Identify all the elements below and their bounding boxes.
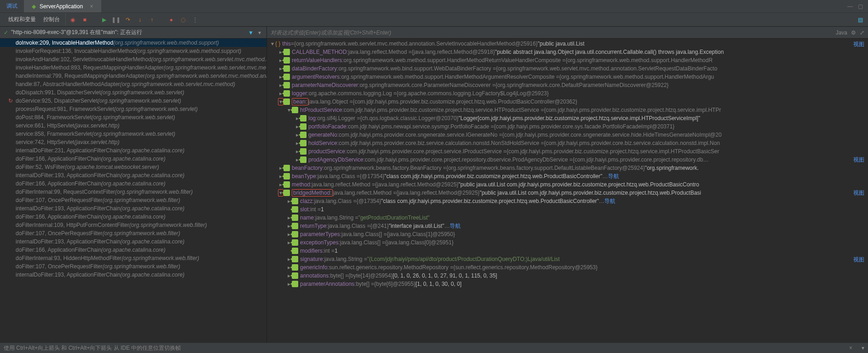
close-hint-icon[interactable]: × xyxy=(849,345,852,351)
variable-row[interactable]: ▸logger: org.apache.commons.logging.Log … xyxy=(267,89,868,98)
stack-frame-row[interactable]: invokeHandlerMethod:893, RequestMappingH… xyxy=(0,64,266,72)
resume-button[interactable]: ▶ xyxy=(99,15,109,25)
variable-row[interactable]: modifiers: int = 1 xyxy=(267,247,868,255)
stack-frame-row[interactable]: doInvoke:209, InvocableHandlerMethod (or… xyxy=(0,39,266,47)
navigate-link[interactable]: 导航 xyxy=(604,197,615,205)
variable-row[interactable]: ▸log: org.slf4j.Logger = {ch.qos.logback… xyxy=(267,114,868,122)
stack-frame-row[interactable]: doDispatch:991, DispatcherServlet (org.s… xyxy=(0,88,266,97)
stack-frame-row[interactable]: service:742, HttpServlet (javax.servlet.… xyxy=(0,138,266,146)
property-tag-icon xyxy=(292,231,298,237)
stack-frame-row[interactable]: doFilter:107, OncePerRequestFilter (org.… xyxy=(0,229,266,237)
variable-row[interactable]: ▸annotations: byte[] = {byte[14]@25954} … xyxy=(267,272,868,280)
variable-row[interactable]: ▸genericInfo: sun.reflect.generics.repos… xyxy=(267,263,868,272)
variable-row[interactable]: ▸generateNo: com.jdjr.haiyi.pms.provider… xyxy=(267,131,868,139)
stack-frame-row[interactable]: internalDoFilter:193, ApplicationFilterC… xyxy=(0,237,266,246)
expand-icon[interactable]: ▢ xyxy=(857,3,863,10)
expand-vars-icon[interactable]: ⤢ xyxy=(860,29,864,36)
stack-frame-row[interactable]: doFilter:107, OncePerRequestFilter (org.… xyxy=(0,196,266,204)
variable-row[interactable]: ▸argumentResolvers: org.springframework.… xyxy=(267,73,868,81)
navigate-link[interactable]: 导航 xyxy=(450,222,461,230)
stack-frame-row[interactable]: doFilter:166, ApplicationFilterChain (or… xyxy=(0,155,266,163)
property-tag-icon xyxy=(292,239,298,246)
expand-arrow[interactable]: ▾ xyxy=(270,41,275,47)
stack-frame-row[interactable]: invokeForRequest:136, InvocableHandlerMe… xyxy=(0,47,266,55)
stack-frame-row[interactable]: invokeAndHandle:102, ServletInvocableHan… xyxy=(0,55,266,64)
stack-frame-row[interactable]: doFilter:166, ApplicationFilterChain (or… xyxy=(0,246,266,254)
stack-frame-row[interactable]: doFilterInternal:109, HttpPutFormContent… xyxy=(0,221,266,229)
variable-row[interactable]: ▸exceptionTypes: java.lang.Class[] = {ja… xyxy=(267,238,868,247)
variable-row[interactable]: ▸beanType: java.lang.Class = {@17354} "c… xyxy=(267,172,868,180)
variable-row[interactable]: ▸signature: java.lang.String = "(Lcom/jd… xyxy=(267,255,868,263)
variable-row[interactable]: ▾htProductService: com.jdjr.haiyi.pms.pr… xyxy=(267,106,868,114)
property-tag-icon xyxy=(300,123,307,130)
step-out-button[interactable]: ↑ xyxy=(147,15,157,25)
variable-row[interactable]: ▸returnValueHandlers: org.springframewor… xyxy=(267,56,868,64)
stack-frame-row[interactable]: doFilterInternal:99, RequestContextFilte… xyxy=(0,188,266,196)
stop-button[interactable]: ■ xyxy=(80,15,90,25)
view-link[interactable]: 视图 xyxy=(853,189,864,197)
variable-row[interactable]: ▸CALLABLE_METHOD: java.lang.reflect.Meth… xyxy=(267,48,868,56)
variable-row[interactable]: ▾{ }this = {org.springframework.web.serv… xyxy=(267,40,868,48)
stack-frame-row[interactable]: internalDoFilter:193, ApplicationFilterC… xyxy=(0,271,266,279)
tab-console[interactable]: 控制台 xyxy=(41,16,63,23)
variable-row[interactable]: ▸beanFactory: org.springframework.beans.… xyxy=(267,164,868,172)
language-label: Java xyxy=(836,29,847,36)
view-link[interactable]: 视图 xyxy=(853,41,864,48)
rerun-button[interactable]: ◉ xyxy=(68,15,78,25)
stack-frame-row[interactable]: doFilter:107, OncePerRequestFilter (org.… xyxy=(0,262,266,271)
pause-button[interactable]: ❚❚ xyxy=(111,15,121,25)
property-tag-icon xyxy=(284,57,290,64)
step-into-button[interactable]: ↓ xyxy=(135,15,145,25)
tab-serverapplication[interactable]: ◆ ServerApplication × xyxy=(24,0,101,12)
view-breakpoints-button[interactable]: ● xyxy=(166,15,176,25)
more-button[interactable]: ⋮ xyxy=(190,15,200,25)
stack-frame-row[interactable]: handle:87, AbstractHandlerMethodAdapter … xyxy=(0,80,266,88)
stack-frame-row[interactable]: doFilter:166, ApplicationFilterChain (or… xyxy=(0,179,266,188)
variable-row[interactable]: ▾bridgedMethod: java.lang.reflect.Method… xyxy=(267,189,868,197)
step-over-button[interactable]: ↷ xyxy=(123,15,133,25)
thread-selector[interactable]: ✓ "http-nio-8089-exec-3"@19,391 在组"main"… xyxy=(0,27,266,39)
stack-frame-row[interactable]: doPost:884, FrameworkServlet (org.spring… xyxy=(0,113,266,122)
variable-row[interactable]: ▸prodAgencyDbService: com.jdjr.haiyi.pms… xyxy=(267,156,868,164)
mute-breakpoints-button[interactable]: ◌ xyxy=(178,15,188,25)
layout-button[interactable]: ▤ xyxy=(855,15,865,25)
variable-row[interactable]: ▸parameterTypes: java.lang.Class[] = {ja… xyxy=(267,230,868,238)
stack-frame-row[interactable]: internalDoFilter:193, ApplicationFilterC… xyxy=(0,204,266,213)
kotlin-file-icon: ◆ xyxy=(30,3,37,10)
tab-debug[interactable]: 调试 xyxy=(0,0,24,12)
variable-row[interactable]: ▸parameterAnnotations: byte[] = {byte[6]… xyxy=(267,280,868,288)
filter-icon[interactable]: ▼ xyxy=(248,29,254,36)
tab-threads-variables[interactable]: 线程和变量 xyxy=(6,16,39,23)
evaluate-expression-input[interactable] xyxy=(267,29,836,36)
close-tab-icon[interactable]: × xyxy=(88,3,95,10)
stack-frame-row[interactable]: doFilter:166, ApplicationFilterChain (or… xyxy=(0,213,266,221)
settings-icon[interactable]: ⚙ xyxy=(851,29,856,36)
navigate-link[interactable]: 导航 xyxy=(608,173,619,180)
variable-row[interactable]: ▸name: java.lang.String = "getProductDur… xyxy=(267,214,868,222)
variable-row[interactable]: ▸holdService: com.jdjr.haiyi.pms.provide… xyxy=(267,139,868,147)
stack-frame-row[interactable]: ↻doService:925, DispatcherServlet (org.s… xyxy=(0,97,266,105)
variable-row[interactable]: ▸dataBinderFactory: org.springframework.… xyxy=(267,64,868,73)
chevron-down-icon[interactable]: ▾ xyxy=(862,345,864,351)
property-tag-icon xyxy=(292,198,298,204)
variable-row[interactable]: ▸parameterNameDiscoverer: org.springfram… xyxy=(267,81,868,89)
variable-row[interactable]: ▸portfolioFacade: com.jdjr.haiyi.pms.new… xyxy=(267,122,868,131)
variable-row[interactable]: ▸returnType: java.lang.Class = {@241} "i… xyxy=(267,222,868,230)
stack-frame-row[interactable]: handleInternal:799, RequestMappingHandle… xyxy=(0,72,266,80)
minimize-icon[interactable]: — xyxy=(847,3,853,10)
view-link[interactable]: 视图 xyxy=(853,256,864,264)
view-link[interactable]: 视图 xyxy=(853,156,864,164)
variable-row[interactable]: ▸method: java.lang.reflect.Method = {jav… xyxy=(267,180,868,189)
variable-row[interactable]: ▸productService: com.jdjr.haiyi.pms.prov… xyxy=(267,147,868,156)
stack-frame-row[interactable]: internalDoFilter:231, ApplicationFilterC… xyxy=(0,146,266,155)
stack-frame-row[interactable]: service:661, HttpServlet (javax.servlet.… xyxy=(0,122,266,130)
stack-frame-row[interactable]: doFilter:52, WsFilter (org.apache.tomcat… xyxy=(0,163,266,171)
stack-frame-row[interactable]: processRequest:981, FrameworkServlet (or… xyxy=(0,105,266,113)
chevron-down-icon[interactable]: ▾ xyxy=(256,29,263,36)
stack-frame-row[interactable]: internalDoFilter:193, ApplicationFilterC… xyxy=(0,171,266,179)
stack-frame-row[interactable]: service:858, FrameworkServlet (org.sprin… xyxy=(0,130,266,138)
variable-row[interactable]: ▸clazz: java.lang.Class = {@17354} "clas… xyxy=(267,197,868,205)
stack-frame-row[interactable]: doFilterInternal:93, HiddenHttpMethodFil… xyxy=(0,254,266,262)
variable-row[interactable]: slot: int = 1 xyxy=(267,205,868,214)
variable-row[interactable]: ▾bean: java.lang.Object = {com.jdjr.haiy… xyxy=(267,98,868,106)
